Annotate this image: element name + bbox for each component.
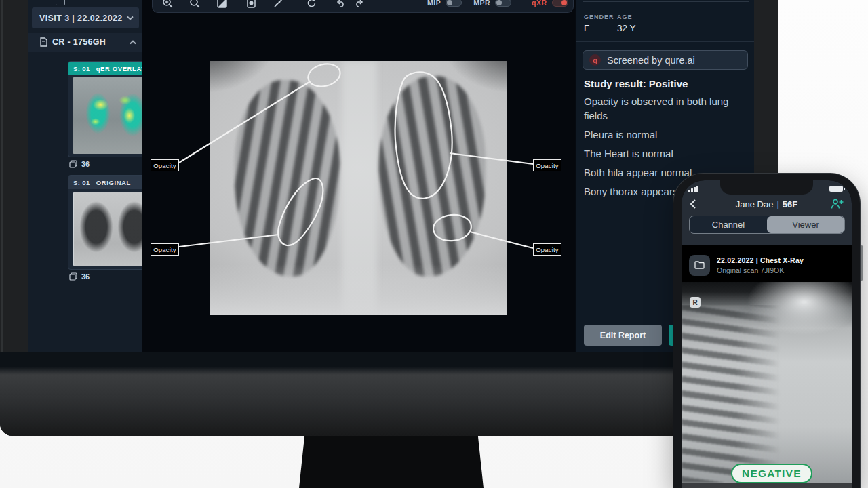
series-tag: S: 01 (73, 65, 90, 73)
qure-logo-icon: q (589, 54, 601, 66)
series-tag: S: 01 (73, 179, 90, 186)
xray-left-lung (235, 80, 340, 277)
mip-switch[interactable] (446, 0, 462, 7)
image-count-overlay: 36 (69, 159, 123, 169)
finding-line: Opacity is observed in both lung fields (584, 94, 745, 123)
mpr-toggle[interactable]: MPR (473, 0, 511, 7)
phone-tab-bar: Channel Viewer (689, 216, 845, 234)
collapse-panel-icon[interactable] (56, 0, 65, 5)
xray-right-lung (378, 76, 486, 277)
tab-channel[interactable]: Channel (690, 216, 767, 233)
phone-screen: Jane Dae|56F Channel Viewer 22.02.2022 |… (682, 180, 852, 488)
image-count-original: 36 (69, 272, 123, 281)
battery-icon (829, 186, 843, 192)
series-name: ORIGINAL (96, 179, 131, 186)
image-count-value: 36 (81, 272, 90, 281)
stack-icon (69, 160, 77, 168)
viewer-toolbar: MIP MPR qXR (152, 0, 574, 13)
annotation-label[interactable]: Opacity (151, 243, 179, 256)
annotation-label[interactable]: Opacity (533, 159, 561, 171)
qxr-switch[interactable] (552, 0, 568, 7)
invert-icon[interactable] (245, 0, 257, 9)
signal-icon (688, 185, 700, 192)
monitor-stand (299, 436, 484, 488)
document-icon (40, 37, 47, 47)
phone-xray-image[interactable] (682, 282, 852, 483)
add-user-icon[interactable] (831, 198, 844, 209)
monitor-chin (0, 352, 778, 436)
qxr-label: qXR (532, 0, 547, 7)
finding-line: Pleura is normal (584, 127, 745, 142)
finding-line: The Heart is normal (584, 146, 745, 161)
phone-bottom-strip (682, 483, 852, 488)
bezel-highlight (1, 0, 3, 352)
chevron-down-icon (127, 16, 134, 20)
chest-xray-image[interactable] (210, 61, 507, 315)
gender-value: F (584, 23, 589, 33)
image-viewer: MIP MPR qXR (142, 0, 575, 352)
undo-icon[interactable] (335, 0, 347, 9)
study-result: Study result: Positive (584, 78, 688, 89)
phone-frame: Jane Dae|56F Channel Viewer 22.02.2022 |… (673, 174, 860, 488)
scan-meta: 22.02.2022 | Chest X-Ray Original scan 7… (717, 256, 804, 274)
zoom-in-icon[interactable] (162, 0, 174, 9)
desktop-scene: VISIT 3 | 22.02.2022 CR - 1756GH S: 01 q… (0, 0, 868, 488)
patient-name: Jane Dae (736, 199, 774, 209)
patient-meta: 56F (783, 199, 797, 209)
title-divider: | (776, 199, 778, 209)
monitor-frame: VISIT 3 | 22.02.2022 CR - 1756GH S: 01 q… (0, 0, 778, 436)
measure-icon[interactable] (273, 0, 284, 9)
mip-label: MIP (427, 0, 441, 7)
visit-label: VISIT 3 | 22.02.2022 (39, 14, 127, 23)
redo-icon[interactable] (353, 0, 365, 9)
age-label: AGE (617, 14, 633, 20)
visit-selector[interactable]: VISIT 3 | 22.02.2022 (32, 7, 139, 28)
scan-subtitle: Original scan 7JI9OK (717, 266, 804, 274)
chevron-up-icon (130, 40, 136, 45)
image-count-value: 36 (81, 160, 90, 168)
rotate-icon[interactable] (306, 0, 317, 9)
phone-patient-title: Jane Dae|56F (682, 199, 852, 209)
scan-list-item[interactable]: 22.02.2022 | Chest X-Ray Original scan 7… (689, 252, 845, 278)
mip-toggle[interactable]: MIP (427, 0, 462, 7)
screened-by-text: Screened by qure.ai (607, 55, 695, 66)
series-name: qER OVERLAY (96, 65, 146, 73)
zoom-icon[interactable] (189, 0, 201, 9)
panel-divider (583, 1, 749, 2)
negative-result-badge: NEGATIVE (731, 464, 812, 483)
stack-icon (69, 272, 77, 281)
qxr-toggle[interactable]: qXR (532, 0, 568, 7)
xray-diaphragm (210, 264, 507, 315)
annotation-label[interactable]: Opacity (533, 243, 561, 256)
screened-by-badge: q Screened by qure.ai (583, 50, 748, 70)
scan-title: 22.02.2022 | Chest X-Ray (717, 256, 804, 264)
monitor-screen: VISIT 3 | 22.02.2022 CR - 1756GH S: 01 q… (28, 0, 754, 352)
window-level-icon[interactable] (216, 0, 228, 9)
mpr-label: MPR (473, 0, 490, 7)
right-marker: R (690, 297, 701, 308)
annotation-label[interactable]: Opacity (151, 159, 179, 171)
gender-label: GENDER (584, 14, 614, 20)
panel-divider (576, 41, 754, 42)
tab-viewer[interactable]: Viewer (767, 216, 844, 233)
folder-icon (689, 255, 710, 276)
age-value: 32 Y (617, 23, 636, 33)
phone-xray-ribs (682, 305, 781, 483)
series-label: CR - 1756GH (52, 37, 130, 47)
phone-notch (720, 180, 813, 195)
study-sidebar: VISIT 3 | 22.02.2022 CR - 1756GH S: 01 q… (28, 0, 142, 352)
edit-report-button[interactable]: Edit Report (584, 325, 662, 346)
mpr-switch[interactable] (495, 0, 511, 7)
series-row[interactable]: CR - 1756GH (28, 33, 142, 52)
